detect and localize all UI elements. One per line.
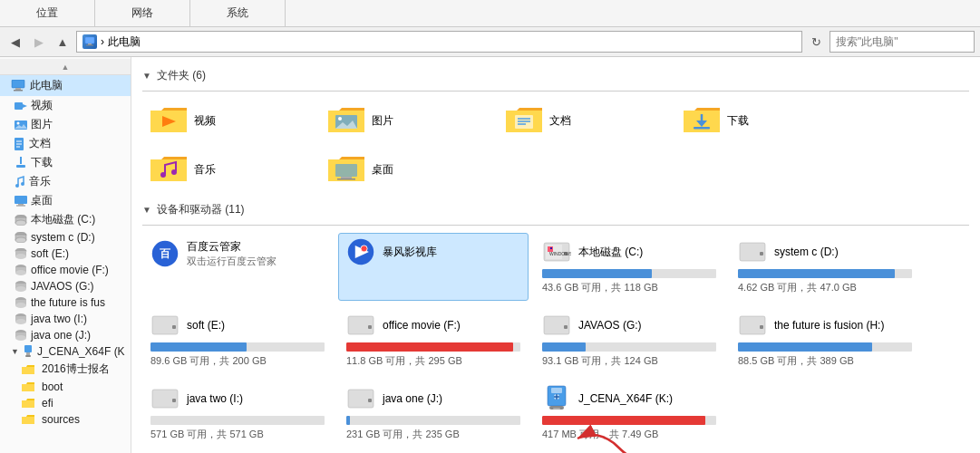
sidebar-item-drive-d[interactable]: system c (D:) (0, 229, 131, 246)
drive-i-name: java two (I:) (187, 392, 243, 405)
main-layout: ▲ 此电脑 视频 图片 文档 (0, 57, 980, 453)
sidebar-item-folder-efi[interactable]: efi (0, 395, 131, 411)
back-button[interactable]: ◀ (5, 32, 25, 52)
svg-rect-5 (14, 90, 23, 92)
svg-rect-75 (550, 247, 552, 249)
svg-rect-65 (337, 178, 355, 180)
sidebar-item-desktop[interactable]: 桌面 (0, 191, 131, 210)
forward-button[interactable]: ▶ (29, 32, 49, 52)
drive-h-info: 88.5 GB 可用，共 389 GB (738, 354, 912, 368)
folder-item-images[interactable]: 图片 (320, 99, 492, 142)
drive-g-icon (542, 313, 571, 338)
tab-position[interactable]: 位置 (0, 0, 95, 26)
search-input[interactable] (830, 31, 975, 53)
sidebar-item-drive-f[interactable]: office movie (F:) (0, 262, 131, 278)
sidebar-item-downloads[interactable]: 下载 (0, 153, 131, 172)
baofeng-icon (346, 239, 375, 265)
folder-item-downloads[interactable]: 下载 (675, 99, 848, 142)
drive-item-i[interactable]: java two (I:) 571 GB 可用，共 571 GB (142, 380, 333, 448)
drive-g-name: JAVAOS (G:) (578, 319, 642, 332)
drives-title: 设备和驱动器 (11) (157, 202, 245, 217)
tab-network[interactable]: 网络 (95, 0, 190, 26)
sidebar-item-drive-c[interactable]: 本地磁盘 (C:) (0, 210, 131, 229)
drive-h-bar-container (738, 342, 912, 352)
drive-item-g[interactable]: JAVAOS (G:) 93.1 GB 可用，共 124 GB (534, 306, 724, 374)
folder-docs-label: 文档 (549, 113, 571, 129)
top-toolbar: 位置 网络 系统 (0, 0, 980, 27)
sidebar-item-drive-j[interactable]: java one (J:) (0, 327, 131, 343)
svg-point-9 (17, 121, 20, 124)
svg-point-19 (21, 182, 24, 186)
drive-item-e[interactable]: soft (E:) 89.6 GB 可用，共 200 GB (142, 306, 333, 374)
folder-grid: 视频 图片 (142, 99, 969, 191)
sidebar: ▲ 此电脑 视频 图片 文档 (0, 57, 131, 453)
drive-f-name: office movie (F:) (383, 319, 461, 332)
refresh-button[interactable]: ↻ (806, 32, 826, 52)
drive-f-bar (346, 342, 513, 352)
drive-f-bar-container (346, 342, 520, 352)
folder-item-video[interactable]: 视频 (142, 99, 315, 142)
breadcrumb: › 此电脑 (76, 31, 802, 53)
folder-item-desktop[interactable]: 桌面 (320, 148, 492, 191)
sidebar-item-video[interactable]: 视频 (0, 96, 131, 115)
folder-music-icon (150, 154, 187, 185)
folder-item-music[interactable]: 音乐 (142, 148, 315, 191)
svg-rect-88 (172, 399, 176, 402)
drive-item-h[interactable]: the future is fusion (H:) 88.5 GB 可用，共 3… (730, 306, 920, 374)
sidebar-item-images[interactable]: 图片 (0, 115, 131, 134)
svg-rect-3 (12, 80, 24, 88)
drive-h-name: the future is fusion (H:) (774, 319, 884, 332)
up-button[interactable]: ▲ (53, 32, 73, 52)
drive-item-j[interactable]: java one (J:) 231 GB 可用，共 235 GB (338, 380, 529, 448)
drives-chevron: ▼ (142, 205, 151, 215)
breadcrumb-separator: › (101, 35, 104, 48)
sidebar-item-folder-sources[interactable]: sources (0, 411, 131, 428)
svg-rect-86 (760, 325, 763, 329)
drive-j-bar (346, 416, 350, 425)
tab-system[interactable]: 系统 (190, 0, 286, 26)
svg-point-46 (15, 335, 26, 341)
svg-rect-15 (16, 165, 25, 168)
svg-rect-6 (15, 102, 23, 110)
drive-item-baofeng[interactable]: 暴风影视库 (338, 233, 529, 301)
svg-rect-0 (85, 37, 94, 43)
svg-marker-7 (23, 104, 27, 108)
svg-point-34 (15, 270, 26, 275)
sidebar-item-drive-k[interactable]: ▼ J_CENA_X64F (K (0, 343, 131, 360)
drive-c-bar-container (542, 269, 716, 278)
drive-e-name: soft (E:) (187, 319, 225, 332)
drive-item-baidu[interactable]: 百 百度云管家 双击运行百度云管家 (142, 233, 333, 301)
svg-rect-92 (551, 388, 562, 393)
sidebar-item-drive-e[interactable]: soft (E:) (0, 246, 131, 262)
drive-k-icon (542, 386, 571, 411)
svg-point-61 (160, 172, 166, 178)
drive-item-d[interactable]: system c (D:) 4.62 GB 可用，共 47.0 GB (730, 233, 920, 301)
folder-video-icon (150, 105, 187, 136)
drive-c-info: 43.6 GB 可用，共 118 GB (542, 281, 716, 294)
svg-rect-80 (172, 325, 176, 329)
sidebar-item-music[interactable]: 音乐 (0, 172, 131, 191)
drives-grid: 百 百度云管家 双击运行百度云管家 (142, 233, 969, 448)
folder-downloads-icon (684, 105, 720, 136)
svg-point-25 (15, 220, 26, 226)
drive-item-c[interactable]: WINDOWS 本地磁盘 (C:) 43.6 GB 可用，共 118 GB (534, 233, 724, 301)
content-area: ▼ 文件夹 (6) 视频 (131, 57, 980, 453)
sidebar-item-drive-i[interactable]: java two (I:) (0, 311, 131, 327)
folder-music-label: 音乐 (194, 162, 216, 178)
computer-icon (82, 34, 97, 49)
drive-i-bar-container (150, 416, 325, 425)
sidebar-item-thispc-label: 此电脑 (30, 78, 63, 93)
drive-i-icon (150, 386, 180, 411)
sidebar-item-thispc[interactable]: 此电脑 (0, 75, 131, 96)
folder-item-docs[interactable]: 文档 (498, 99, 670, 142)
sidebar-item-folder-boot[interactable]: boot (0, 379, 131, 395)
sidebar-item-drive-g[interactable]: JAVAOS (G:) (0, 278, 131, 294)
sidebar-item-docs[interactable]: 文档 (0, 134, 131, 153)
sidebar-item-folder-2016[interactable]: 2016博士报名 (0, 360, 131, 379)
baidu-subtitle: 双击运行百度云管家 (187, 255, 277, 268)
sidebar-item-drive-h[interactable]: the future is fus (0, 294, 131, 311)
drive-e-bar (150, 342, 247, 352)
svg-rect-78 (760, 252, 763, 255)
drive-item-f[interactable]: office movie (F:) 11.8 GB 可用，共 295 GB (338, 306, 529, 374)
drive-c-name: 本地磁盘 (C:) (578, 245, 643, 260)
